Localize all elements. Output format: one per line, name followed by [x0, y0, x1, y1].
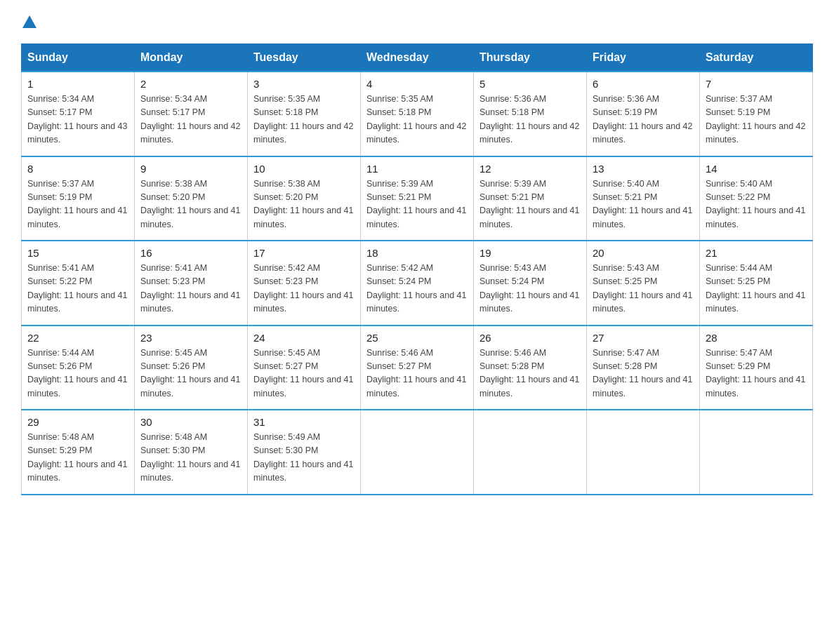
day-number: 25 [366, 332, 468, 344]
calendar-cell [700, 410, 813, 495]
day-number: 12 [479, 163, 581, 175]
logo [21, 14, 38, 29]
calendar-cell: 4Sunrise: 5:35 AMSunset: 5:18 PMDaylight… [361, 72, 474, 156]
day-number: 16 [140, 247, 241, 259]
day-number: 2 [140, 78, 241, 90]
calendar-cell [587, 410, 700, 495]
day-info: Sunrise: 5:43 AMSunset: 5:24 PMDaylight:… [479, 262, 581, 316]
logo-triangle-icon [22, 14, 37, 29]
day-number: 14 [706, 163, 807, 175]
svg-marker-0 [22, 15, 37, 28]
calendar-cell: 7Sunrise: 5:37 AMSunset: 5:19 PMDaylight… [700, 72, 813, 156]
day-info: Sunrise: 5:39 AMSunset: 5:21 PMDaylight:… [479, 177, 581, 232]
calendar-week-row: 1Sunrise: 5:34 AMSunset: 5:17 PMDaylight… [22, 72, 813, 156]
weekday-header-wednesday: Wednesday [361, 44, 474, 72]
day-info: Sunrise: 5:37 AMSunset: 5:19 PMDaylight:… [27, 177, 128, 232]
day-info: Sunrise: 5:47 AMSunset: 5:28 PMDaylight:… [593, 347, 694, 401]
day-info: Sunrise: 5:38 AMSunset: 5:20 PMDaylight:… [253, 177, 355, 232]
day-number: 26 [479, 332, 581, 344]
day-number: 20 [593, 247, 694, 259]
day-info: Sunrise: 5:40 AMSunset: 5:22 PMDaylight:… [706, 177, 807, 232]
calendar-cell: 25Sunrise: 5:46 AMSunset: 5:27 PMDayligh… [361, 326, 474, 410]
calendar-cell: 1Sunrise: 5:34 AMSunset: 5:17 PMDaylight… [22, 72, 135, 156]
calendar-cell: 10Sunrise: 5:38 AMSunset: 5:20 PMDayligh… [248, 156, 361, 241]
day-info: Sunrise: 5:41 AMSunset: 5:22 PMDaylight:… [27, 262, 128, 316]
calendar-cell: 11Sunrise: 5:39 AMSunset: 5:21 PMDayligh… [361, 156, 474, 241]
day-info: Sunrise: 5:46 AMSunset: 5:28 PMDaylight:… [479, 347, 581, 401]
calendar-cell [361, 410, 474, 495]
day-number: 15 [27, 247, 128, 259]
calendar-cell: 28Sunrise: 5:47 AMSunset: 5:29 PMDayligh… [700, 326, 813, 410]
weekday-header-thursday: Thursday [474, 44, 587, 72]
day-number: 29 [27, 416, 128, 428]
day-info: Sunrise: 5:49 AMSunset: 5:30 PMDaylight:… [253, 431, 355, 485]
calendar-week-row: 29Sunrise: 5:48 AMSunset: 5:29 PMDayligh… [22, 410, 813, 495]
weekday-header-monday: Monday [135, 44, 248, 72]
calendar-cell: 27Sunrise: 5:47 AMSunset: 5:28 PMDayligh… [587, 326, 700, 410]
day-info: Sunrise: 5:36 AMSunset: 5:18 PMDaylight:… [479, 93, 581, 147]
day-info: Sunrise: 5:37 AMSunset: 5:19 PMDaylight:… [706, 93, 807, 147]
day-number: 22 [27, 332, 128, 344]
day-number: 23 [140, 332, 241, 344]
day-info: Sunrise: 5:47 AMSunset: 5:29 PMDaylight:… [706, 347, 807, 401]
weekday-header-friday: Friday [587, 44, 700, 72]
day-info: Sunrise: 5:44 AMSunset: 5:25 PMDaylight:… [706, 262, 807, 316]
day-info: Sunrise: 5:39 AMSunset: 5:21 PMDaylight:… [366, 177, 468, 232]
day-info: Sunrise: 5:34 AMSunset: 5:17 PMDaylight:… [140, 93, 241, 147]
calendar-week-row: 22Sunrise: 5:44 AMSunset: 5:26 PMDayligh… [22, 326, 813, 410]
calendar-cell: 9Sunrise: 5:38 AMSunset: 5:20 PMDaylight… [135, 156, 248, 241]
calendar-cell: 5Sunrise: 5:36 AMSunset: 5:18 PMDaylight… [474, 72, 587, 156]
day-number: 10 [253, 163, 355, 175]
day-info: Sunrise: 5:34 AMSunset: 5:17 PMDaylight:… [27, 93, 128, 147]
day-number: 30 [140, 416, 241, 428]
day-info: Sunrise: 5:36 AMSunset: 5:19 PMDaylight:… [593, 93, 694, 147]
calendar-week-row: 8Sunrise: 5:37 AMSunset: 5:19 PMDaylight… [22, 156, 813, 241]
day-number: 18 [366, 247, 468, 259]
day-info: Sunrise: 5:45 AMSunset: 5:26 PMDaylight:… [140, 347, 241, 401]
calendar-cell: 2Sunrise: 5:34 AMSunset: 5:17 PMDaylight… [135, 72, 248, 156]
calendar-cell: 19Sunrise: 5:43 AMSunset: 5:24 PMDayligh… [474, 241, 587, 326]
day-number: 8 [27, 163, 128, 175]
day-number: 24 [253, 332, 355, 344]
day-info: Sunrise: 5:46 AMSunset: 5:27 PMDaylight:… [366, 347, 468, 401]
calendar-cell: 14Sunrise: 5:40 AMSunset: 5:22 PMDayligh… [700, 156, 813, 241]
day-info: Sunrise: 5:38 AMSunset: 5:20 PMDaylight:… [140, 177, 241, 232]
day-info: Sunrise: 5:41 AMSunset: 5:23 PMDaylight:… [140, 262, 241, 316]
day-number: 31 [253, 416, 355, 428]
calendar-cell [474, 410, 587, 495]
calendar-cell: 16Sunrise: 5:41 AMSunset: 5:23 PMDayligh… [135, 241, 248, 326]
calendar-cell: 20Sunrise: 5:43 AMSunset: 5:25 PMDayligh… [587, 241, 700, 326]
calendar-cell: 13Sunrise: 5:40 AMSunset: 5:21 PMDayligh… [587, 156, 700, 241]
calendar-cell: 22Sunrise: 5:44 AMSunset: 5:26 PMDayligh… [22, 326, 135, 410]
calendar-cell: 26Sunrise: 5:46 AMSunset: 5:28 PMDayligh… [474, 326, 587, 410]
day-number: 6 [593, 78, 694, 90]
day-number: 13 [593, 163, 694, 175]
day-info: Sunrise: 5:45 AMSunset: 5:27 PMDaylight:… [253, 347, 355, 401]
day-number: 21 [706, 247, 807, 259]
day-number: 11 [366, 163, 468, 175]
calendar-cell: 8Sunrise: 5:37 AMSunset: 5:19 PMDaylight… [22, 156, 135, 241]
page-header [21, 14, 813, 29]
calendar-cell: 29Sunrise: 5:48 AMSunset: 5:29 PMDayligh… [22, 410, 135, 495]
calendar-cell: 12Sunrise: 5:39 AMSunset: 5:21 PMDayligh… [474, 156, 587, 241]
day-number: 17 [253, 247, 355, 259]
day-number: 3 [253, 78, 355, 90]
calendar-cell: 23Sunrise: 5:45 AMSunset: 5:26 PMDayligh… [135, 326, 248, 410]
day-number: 5 [479, 78, 581, 90]
day-info: Sunrise: 5:44 AMSunset: 5:26 PMDaylight:… [27, 347, 128, 401]
day-info: Sunrise: 5:48 AMSunset: 5:30 PMDaylight:… [140, 431, 241, 485]
weekday-header-sunday: Sunday [22, 44, 135, 72]
day-number: 1 [27, 78, 128, 90]
day-number: 4 [366, 78, 468, 90]
calendar-cell: 31Sunrise: 5:49 AMSunset: 5:30 PMDayligh… [248, 410, 361, 495]
weekday-header-tuesday: Tuesday [248, 44, 361, 72]
calendar-cell: 30Sunrise: 5:48 AMSunset: 5:30 PMDayligh… [135, 410, 248, 495]
day-number: 19 [479, 247, 581, 259]
day-number: 27 [593, 332, 694, 344]
day-info: Sunrise: 5:40 AMSunset: 5:21 PMDaylight:… [593, 177, 694, 232]
calendar-cell: 24Sunrise: 5:45 AMSunset: 5:27 PMDayligh… [248, 326, 361, 410]
calendar-cell: 3Sunrise: 5:35 AMSunset: 5:18 PMDaylight… [248, 72, 361, 156]
day-info: Sunrise: 5:42 AMSunset: 5:23 PMDaylight:… [253, 262, 355, 316]
calendar-table: SundayMondayTuesdayWednesdayThursdayFrid… [21, 43, 813, 495]
day-info: Sunrise: 5:42 AMSunset: 5:24 PMDaylight:… [366, 262, 468, 316]
